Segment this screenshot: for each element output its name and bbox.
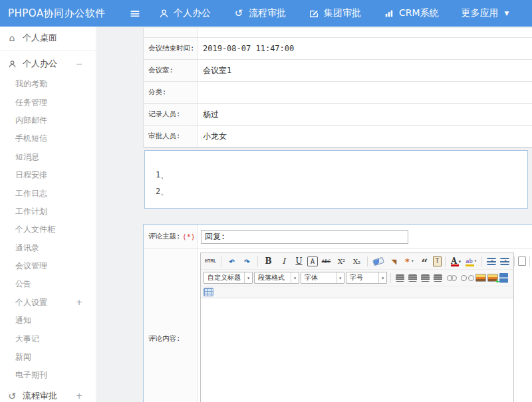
ordered-list-icon[interactable]: ▾ xyxy=(487,258,496,265)
nav-more-apps[interactable]: 更多应用 ▼ xyxy=(462,7,509,19)
blockquote-icon[interactable]: “ xyxy=(418,254,432,268)
chevron-down-icon: ▼ xyxy=(505,10,509,17)
unlink-icon[interactable] xyxy=(460,271,474,284)
link-icon[interactable] xyxy=(445,271,459,284)
table-row-clipped xyxy=(144,28,532,38)
table-row: 分类: xyxy=(144,82,532,104)
sidebar-item[interactable]: 通讯录 xyxy=(0,239,96,257)
app-logo[interactable]: PHPOA协同办公软件 xyxy=(0,7,124,20)
italic-icon[interactable]: I xyxy=(277,254,291,268)
unordered-list-icon[interactable]: ▾ xyxy=(500,258,509,265)
toolbar-row-1: HTML↶↷BIUAABCX²X₂◥*▾“TA▾ab▾▾▾ xyxy=(201,253,513,269)
nav-personal-office[interactable]: 个人办公 xyxy=(158,7,211,19)
nav-workflow-approval[interactable]: ↺ 流程审批 xyxy=(233,7,286,19)
sidebar-item[interactable]: 个人文件柜 xyxy=(0,221,96,239)
new-page-icon[interactable] xyxy=(518,256,526,266)
sidebar-item[interactable]: 我的考勤 xyxy=(0,75,96,93)
sidebar-item-label: 流程审批 xyxy=(23,390,57,402)
sidebar-item-label: 个人文件柜 xyxy=(15,224,55,235)
subscript-icon[interactable]: X₂ xyxy=(350,254,364,268)
sidebar-item[interactable]: 会议管理 xyxy=(0,257,96,275)
heading-select[interactable]: 自定义标题▾ xyxy=(203,272,253,284)
nav-label: 流程审批 xyxy=(249,7,286,19)
sidebar-item[interactable]: 工作日志 xyxy=(0,184,96,202)
expand-toggle[interactable]: + xyxy=(76,298,82,307)
align-center-icon[interactable] xyxy=(408,274,417,282)
sidebar-item[interactable]: 电子期刊 xyxy=(0,366,96,384)
field-value: 杨过 xyxy=(198,104,532,125)
align-right-icon[interactable] xyxy=(421,274,430,282)
field-label: 会议室: xyxy=(144,60,198,81)
nav-label: 个人办公 xyxy=(174,7,211,19)
sidebar-item[interactable]: 公告 xyxy=(0,275,96,293)
field-label: 会议结束时间: xyxy=(144,38,198,59)
sidebar-item-personal-office[interactable]: 个人办公 − xyxy=(0,52,96,75)
paragraph-select[interactable]: 段落格式▾ xyxy=(254,272,299,284)
sidebar-item-label: 个人办公 xyxy=(23,58,57,70)
sidebar-item-workflow-approval[interactable]: ↺ 流程审批 + xyxy=(0,385,96,402)
sidebar-item-label: 大事记 xyxy=(15,334,39,345)
sidebar-item-label: 通讯录 xyxy=(15,243,39,254)
toolbar-row-2: 自定义标题▾段落格式▾字体▾字号▾ xyxy=(201,269,513,286)
nav-group-approval[interactable]: 集团审批 xyxy=(309,7,361,19)
nav-label: 更多应用 xyxy=(462,7,499,19)
bold-icon[interactable]: B xyxy=(261,254,275,268)
user-icon xyxy=(158,8,169,19)
redo-icon[interactable]: ↷ xyxy=(240,254,254,268)
strikethrough-icon[interactable]: ABC xyxy=(319,254,333,268)
sidebar-item[interactable]: 短消息 xyxy=(0,148,96,166)
justify-icon[interactable] xyxy=(434,274,442,282)
paste-icon[interactable]: T xyxy=(433,256,442,266)
sidebar-item-desktop[interactable]: ⌂ 个人桌面 xyxy=(0,27,96,49)
sidebar-item[interactable]: 大事记 xyxy=(0,330,96,348)
note-line: 1、 xyxy=(156,167,527,183)
field-label xyxy=(144,28,198,37)
sidebar-item[interactable]: 个人设置+ xyxy=(0,294,96,312)
autotypeset-icon[interactable]: *▾ xyxy=(402,254,416,268)
comment-subject-input[interactable] xyxy=(201,230,408,244)
field-value xyxy=(198,225,532,249)
sidebar-item[interactable]: 内部邮件 xyxy=(0,112,96,130)
sidebar-item[interactable]: 工作计划 xyxy=(0,203,96,221)
table-icon[interactable] xyxy=(203,288,213,296)
sidebar-item-label: 公告 xyxy=(15,278,31,290)
editor-content-area[interactable] xyxy=(201,298,513,402)
field-value: 2019-08-07 11:47:00 xyxy=(198,38,532,59)
toolbar-separator xyxy=(529,256,530,266)
media-icon[interactable] xyxy=(499,273,508,283)
sidebar-item-label: 工作日志 xyxy=(15,188,47,199)
sidebar-item-label: 工作计划 xyxy=(15,206,47,217)
font-color-icon[interactable]: A▾ xyxy=(449,254,463,268)
toolbar-separator xyxy=(390,273,391,283)
sidebar-item-label: 短消息 xyxy=(15,151,39,163)
sidebar-item[interactable]: 手机短信 xyxy=(0,130,96,148)
align-left-icon[interactable] xyxy=(396,274,404,282)
expand-toggle[interactable]: + xyxy=(76,391,82,401)
sidebar-item[interactable]: 任务管理 xyxy=(0,93,96,111)
field-label: 分类: xyxy=(144,82,198,103)
superscript-icon[interactable]: X² xyxy=(334,254,348,268)
collapse-toggle[interactable]: − xyxy=(76,59,82,68)
html-source-icon[interactable]: HTML xyxy=(203,254,217,268)
sidebar-item-label: 个人设置 xyxy=(15,297,47,308)
image-icon[interactable] xyxy=(475,274,486,282)
sidebar-item-label: 内部邮件 xyxy=(15,115,47,126)
font-size-select[interactable]: 字号▾ xyxy=(346,272,387,284)
highlight-icon[interactable]: ab▾ xyxy=(464,254,478,268)
insert-image-icon[interactable] xyxy=(487,274,498,282)
eraser-icon[interactable] xyxy=(372,256,384,266)
dropdown-caret-icon: ▾ xyxy=(336,272,342,283)
underline-icon[interactable]: U xyxy=(292,254,306,268)
menu-toggle-icon[interactable]: ≡ xyxy=(124,7,146,20)
dropdown-caret-icon: ▾ xyxy=(474,258,477,264)
sidebar-item[interactable]: 日程安排 xyxy=(0,166,96,184)
sidebar-item[interactable]: 通知 xyxy=(0,312,96,330)
sidebar-item[interactable]: 新闻 xyxy=(0,348,96,366)
sidebar-item-label: 电子期刊 xyxy=(15,369,47,381)
format-painter-icon[interactable]: ◥ xyxy=(387,254,401,268)
note-line: 2、 xyxy=(156,183,527,200)
font-family-select[interactable]: 字体▾ xyxy=(301,272,344,284)
font-border-icon[interactable]: A xyxy=(307,256,318,266)
nav-crm-system[interactable]: CRM系统 xyxy=(384,7,439,19)
undo-icon[interactable]: ↶ xyxy=(225,254,239,268)
